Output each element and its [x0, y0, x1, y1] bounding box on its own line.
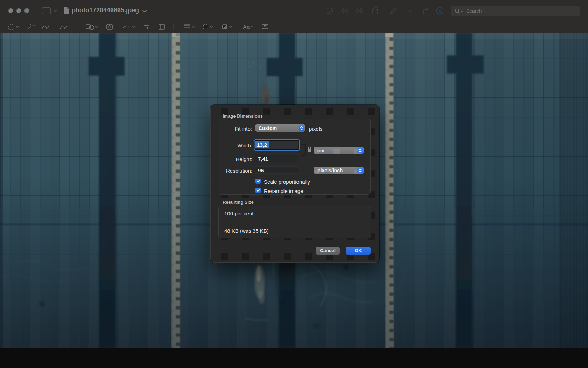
svg-text:Aa: Aa — [243, 24, 250, 30]
